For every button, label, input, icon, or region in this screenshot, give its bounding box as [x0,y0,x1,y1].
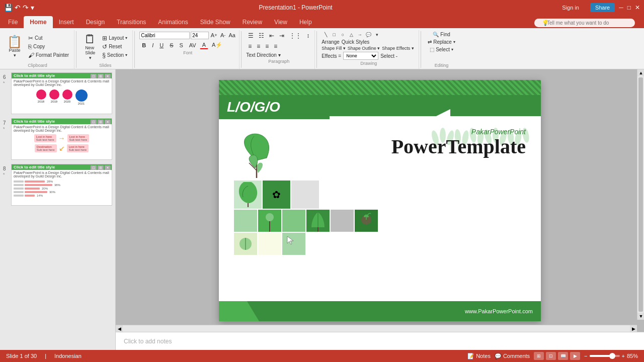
slide-8-box[interactable]: Click to edit title style ⊡ ⊞ ✕ PakarPow… [11,164,112,206]
replace-button[interactable]: ⇄ Replace ▾ [426,39,457,45]
tab-help[interactable]: Help [293,16,318,28]
tab-insert[interactable]: Insert [53,16,80,28]
drawing-tools-row: Arrange Quick Styles [321,39,416,45]
redo-icon[interactable]: ↷ [23,4,29,12]
align-left-button[interactable]: ≡ [246,42,254,51]
shape-outline-button[interactable]: Shape Outline ▾ [348,46,380,51]
reading-view-button[interactable]: 📖 [558,352,568,360]
arrange-button[interactable]: Arrange [321,39,340,45]
tab-file[interactable]: File [2,16,24,28]
text-direction-button[interactable]: Text Direction ▾ [246,52,280,58]
clear-formatting-button[interactable]: Aa [228,31,236,39]
strikethrough-button[interactable]: S [167,41,176,49]
text-shadow-button[interactable]: S [177,41,186,49]
line-shape[interactable]: ╲ [321,31,330,38]
numbering-button[interactable]: ☷ [257,31,266,40]
tab-design[interactable]: Design [80,16,111,28]
arrow-shape[interactable]: → [356,31,364,38]
slide-thumb-8[interactable]: 8 * Click to edit title style ⊡ ⊞ ✕ Paka… [11,164,112,206]
share-button[interactable]: Share [590,3,615,12]
reset-button[interactable]: ↺ Reset [100,43,129,51]
zoom-slider-thumb[interactable] [609,353,615,359]
cut-button[interactable]: ✂ Cut [26,34,71,42]
tell-me-input[interactable] [534,19,635,27]
font-color-button[interactable]: A [200,41,208,49]
tab-transitions[interactable]: Transitions [111,16,152,28]
callout-shape[interactable]: 💬 [364,31,372,38]
find-button[interactable]: 🔍 Find [431,31,452,38]
font-row2: B I U S S AV A A⚡ [139,41,236,49]
save-icon[interactable]: 💾 [4,4,13,12]
horizontal-scrollbar[interactable]: ◀ ▶ [116,325,637,332]
oval-shape[interactable]: ○ [339,31,347,38]
font-size-input[interactable] [191,32,209,39]
slide-thumb-7[interactable]: 7 * Click to edit title style ⊡ ⊞ ✕ Paka… [11,118,112,160]
underline-button[interactable]: U [157,41,166,49]
scroll-down-arrow[interactable]: ▼ [637,313,644,320]
triangle-shape[interactable]: △ [347,31,355,38]
tab-slideshow[interactable]: Slide Show [194,16,236,28]
more-shapes[interactable]: ▾ [373,31,381,38]
line-spacing-button[interactable]: ↕ [304,31,311,40]
scroll-right-arrow[interactable]: ▶ [630,325,637,332]
slideshow-button[interactable]: ▶ [570,352,580,360]
paragraph-group: ☰ ☷ ⇤ ⇥ ⋮⋮ ↕ ≡ ≡ ≡ ≡ Text Direction [243,30,315,69]
main-slide[interactable]: L/O/G/O [219,80,541,321]
zoom-out-button[interactable]: − [584,353,587,359]
undo-icon[interactable]: ↶ [15,4,21,12]
tab-view[interactable]: View [268,16,293,28]
font-name-input[interactable] [139,32,190,39]
comments-button[interactable]: 💬 Comments [495,353,530,359]
italic-button[interactable]: I [149,41,156,49]
leaf-svg [234,130,279,180]
slide-sorter-button[interactable]: ⊡ [546,352,556,360]
effects-select[interactable]: None [343,52,378,60]
tab-home[interactable]: Home [24,16,52,28]
bold-button[interactable]: B [139,41,148,49]
font-grow-button[interactable]: A+ [210,31,218,39]
font-shrink-button[interactable]: A- [219,31,227,39]
zoom-slider[interactable] [590,355,620,357]
shape-fill-button[interactable]: Shape Fill ▾ [321,46,346,51]
layout-label: Layout [109,35,124,41]
maximize-icon[interactable]: □ [627,4,631,11]
slide-7-box[interactable]: Click to edit title style ⊡ ⊞ ✕ PakarPow… [11,118,112,160]
columns-button[interactable]: ⋮⋮ [287,31,303,40]
quick-styles-button[interactable]: Quick Styles [342,39,370,45]
comments-icon: 💬 [495,353,502,359]
vertical-scrollbar[interactable]: ▲ ▼ [637,69,644,320]
indent-decrease-button[interactable]: ⇤ [267,31,276,40]
shape-effects-button[interactable]: Shape Effects ▾ [382,46,414,51]
layout-button[interactable]: ⊞ Layout ▾ [100,34,129,42]
format-painter-button[interactable]: 🖌 Format Painter [26,51,71,59]
scroll-thumb-v[interactable] [638,77,643,312]
scroll-left-arrow[interactable]: ◀ [116,325,123,332]
font-highlight-button[interactable]: A⚡ [209,41,225,49]
tab-animations[interactable]: Animations [152,16,194,28]
titlebar-left-icons: 💾 ↶ ↷ ▾ [4,4,34,12]
slide-6-box[interactable]: Click to edit title style ⊡ ⊞ ✕ PakarPow… [11,72,112,114]
char-spacing-button[interactable]: AV [187,41,199,49]
close-icon[interactable]: ✕ [635,4,640,11]
select-button[interactable]: ⬚ Select ▾ [428,46,455,53]
align-right-button[interactable]: ≡ [263,42,271,51]
section-button[interactable]: § Section ▾ [100,51,129,59]
sign-in-button[interactable]: Sign in [557,3,584,12]
justify-button[interactable]: ≡ [272,42,279,51]
rect-shape[interactable]: □ [330,31,338,38]
slide-thumb-6[interactable]: 6 * Click to edit title style ⊡ ⊞ ✕ Paka… [11,72,112,114]
indent-increase-button[interactable]: ⇥ [277,31,286,40]
zoom-in-button[interactable]: + [622,353,625,359]
align-center-button[interactable]: ≡ [255,42,262,51]
normal-view-button[interactable]: ⊞ [534,352,544,360]
scroll-up-arrow[interactable]: ▲ [637,69,644,76]
notes-input-area[interactable]: Click to add notes [116,332,644,350]
more-icon[interactable]: ▾ [31,4,34,12]
tab-review[interactable]: Review [236,16,268,28]
minimize-icon[interactable]: ─ [619,4,623,11]
paste-button[interactable]: 📋 Paste ▾ [4,35,25,59]
notes-button[interactable]: 📝 Notes [467,353,491,359]
new-slide-button[interactable]: 🗒 NewSlide ▾ [81,32,99,61]
bullets-button[interactable]: ☰ [246,31,256,40]
copy-button[interactable]: ⎘ Copy [26,43,71,51]
